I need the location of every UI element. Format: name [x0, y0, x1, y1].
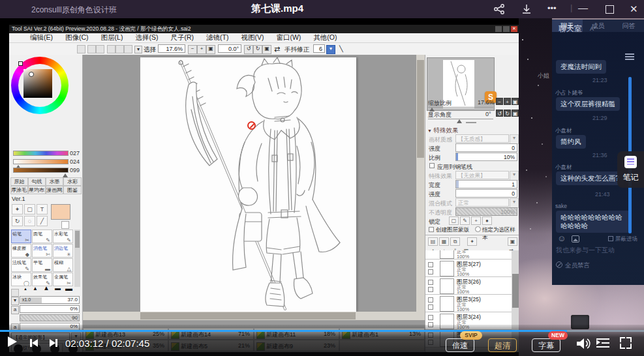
tab-qa[interactable]: 问答: [613, 20, 644, 32]
panel-collapse-handle[interactable]: [466, 122, 476, 123]
volume-icon[interactable]: [575, 337, 591, 350]
menu-image[interactable]: 图像(C): [65, 33, 89, 42]
close-icon[interactable]: ✕: [630, 3, 638, 15]
layer-visible-checkbox[interactable]: [428, 315, 433, 320]
blend-mode-dropdown-icon[interactable]: ▾: [510, 198, 519, 208]
chat-username[interactable]: 小占卜姥爷: [555, 89, 583, 97]
menu-select[interactable]: 选择(S): [135, 33, 158, 42]
canvas-zoom-value[interactable]: 17.6%: [158, 44, 185, 53]
layer-fx-icon[interactable]: ✦: [467, 237, 477, 246]
brush-ice[interactable]: 冰块◯: [11, 273, 31, 286]
stabilizer-value[interactable]: 6: [313, 44, 325, 53]
rotate-reset-button[interactable]: ▣: [262, 45, 271, 54]
brushtip-bar-small[interactable]: ▬: [55, 285, 61, 291]
rotate-tool-icon[interactable]: ↻: [12, 216, 23, 226]
brushtab-screentone[interactable]: 漫画网..: [46, 186, 63, 194]
hue-slider[interactable]: [13, 151, 69, 156]
value-slider[interactable]: [13, 168, 69, 173]
lock-move-icon[interactable]: +: [471, 216, 481, 225]
nav-rotate-ccw-button[interactable]: ↺: [496, 110, 503, 117]
lock-fill-icon[interactable]: ●: [482, 216, 492, 225]
eyedropper-tool-icon[interactable]: ╱: [37, 216, 48, 226]
share-icon[interactable]: [493, 4, 505, 14]
stabilizer-dropdown-icon[interactable]: ▾: [326, 45, 335, 54]
menu-window[interactable]: 窗口(W): [276, 33, 301, 42]
brush-flat[interactable]: 平笔▬: [32, 258, 52, 272]
brush-decolor[interactable]: 消色笔✄: [32, 244, 52, 258]
more-icon[interactable]: •••: [547, 3, 557, 13]
image-upload-icon[interactable]: [572, 235, 579, 243]
chat-username[interactable]: 小盘材: [555, 127, 572, 135]
zoom-reset-button[interactable]: ▣: [206, 45, 215, 54]
fx-strength2-slider[interactable]: 0: [455, 189, 517, 198]
minimize-icon[interactable]: —: [578, 2, 588, 13]
fx-effect-dropdown-icon[interactable]: ▾: [510, 171, 519, 181]
brushtab-line[interactable]: 勾线: [28, 177, 46, 186]
chat-menu-icon[interactable]: [625, 53, 634, 55]
sai-canvas-area[interactable]: [83, 55, 425, 328]
canvas-horizontal-scrollbar[interactable]: [83, 312, 425, 320]
prev-episode-button[interactable]: [30, 339, 38, 347]
zoom-in-button[interactable]: +: [197, 45, 206, 54]
fx-scale-slider[interactable]: 10%: [455, 153, 517, 161]
menu-layer[interactable]: 图层(L): [101, 33, 123, 42]
brush-blur[interactable]: 模糊△: [53, 258, 73, 272]
layer-row[interactable]: 正常 100%: [425, 250, 512, 260]
tool-button[interactable]: [124, 45, 132, 53]
layer-clip-checkbox[interactable]: [428, 287, 433, 292]
emoji-icon[interactable]: ☺: [557, 233, 566, 243]
progress-bar[interactable]: [0, 330, 644, 332]
subtitle-button[interactable]: 字幕: [532, 338, 560, 352]
menu-ruler[interactable]: 尺子(R): [170, 33, 194, 42]
brush-list-scrollbar[interactable]: [74, 230, 80, 287]
magic-wand-tool-icon[interactable]: ✦: [12, 204, 23, 215]
zoom-out-button[interactable]: −: [188, 45, 197, 54]
brush-round[interactable]: 圆笔✎: [32, 230, 52, 243]
layer-row[interactable]: 图层3(25) 正常 100%: [425, 295, 512, 312]
fx-width-slider[interactable]: 1: [455, 180, 517, 188]
block-entry-checkbox[interactable]: [608, 236, 613, 241]
tool-button[interactable]: [107, 45, 115, 53]
chat-username[interactable]: sake: [555, 203, 567, 209]
layer-visible-checkbox[interactable]: [428, 297, 433, 303]
tool-button[interactable]: [87, 45, 96, 53]
nav-zoom-out-button[interactable]: −: [496, 98, 503, 105]
menu-edit[interactable]: 编辑(E): [30, 33, 53, 42]
layer-row[interactable]: 图层3(27) 正常 100%: [425, 260, 512, 277]
blend-mode-select[interactable]: 正常: [455, 198, 509, 207]
brush-pencil[interactable]: 铅笔✂: [11, 230, 31, 243]
color-square[interactable]: [23, 69, 52, 98]
rotate-cw-button[interactable]: ↻: [253, 45, 262, 54]
fx-effect-select[interactable]: 【无效果】: [455, 171, 509, 179]
saturation-slider[interactable]: [13, 159, 69, 164]
nav-zoom-in-button[interactable]: +: [504, 98, 511, 105]
new-folder-icon[interactable]: ▦: [439, 237, 449, 246]
layer-clip-checkbox[interactable]: [428, 269, 433, 274]
menu-filter[interactable]: 滤镜(T): [206, 33, 228, 42]
lock-opacity-icon[interactable]: ▢: [449, 216, 459, 225]
brushtab-thick[interactable]: 厚涂毛..: [10, 186, 28, 194]
sai-close-icon[interactable]: ✕: [511, 26, 517, 32]
lasso-tool-icon[interactable]: ◌: [24, 216, 35, 226]
nav-zoom-reset-button[interactable]: ▣: [512, 98, 519, 105]
duplicate-layer-icon[interactable]: ⧉: [450, 237, 460, 246]
tool-button[interactable]: [96, 45, 104, 53]
canvas-vertical-scrollbar[interactable]: [416, 55, 425, 312]
fx-texture-dropdown-icon[interactable]: ▾: [510, 134, 519, 144]
min-size-lock-icon[interactable]: a: [11, 306, 19, 314]
canvas-page[interactable]: [140, 57, 356, 312]
maximize-icon[interactable]: [606, 5, 614, 14]
layer-visible-checkbox[interactable]: [428, 280, 433, 285]
brush-eraser[interactable]: 橡皮擦◆: [11, 244, 31, 258]
brushtip-shape-small[interactable]: ▲: [23, 287, 27, 291]
fullscreen-icon[interactable]: [620, 337, 632, 349]
tool-button[interactable]: [77, 45, 85, 53]
chat-username[interactable]: 小盘材: [555, 164, 572, 171]
speed-button[interactable]: 倍速: [446, 338, 474, 352]
nav-zoom-slider[interactable]: [428, 107, 493, 108]
fx-apply-pen-checkbox[interactable]: [429, 163, 435, 168]
sai-maximize-icon[interactable]: [503, 26, 510, 32]
select-tool-icon[interactable]: ▢: [24, 204, 35, 215]
clip-mask-checkbox[interactable]: [429, 227, 434, 232]
layer-opacity-slider[interactable]: 100%: [455, 207, 517, 216]
